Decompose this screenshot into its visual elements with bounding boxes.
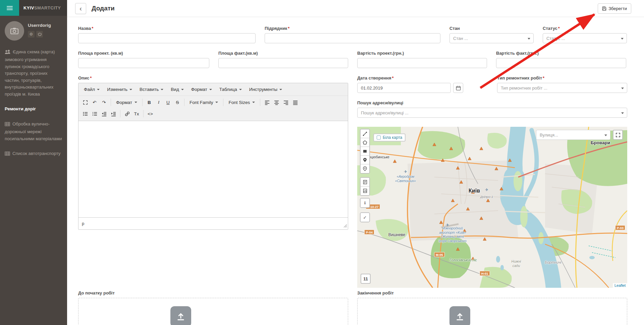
settings-button[interactable]: ⚙ <box>28 31 35 38</box>
typ-robit-select[interactable]: Тип ремонтних робіт ... <box>497 83 627 93</box>
align-justify-icon[interactable] <box>290 98 300 107</box>
resize-grip[interactable] <box>343 224 347 229</box>
sidebar-item-label: Список автотранспорту <box>12 151 60 156</box>
power-icon <box>38 32 42 36</box>
draw-circlemarker-button[interactable] <box>361 164 369 173</box>
vartist-fakt-label: Вартість факт.(грн.) <box>496 51 626 56</box>
info-control: i <box>360 198 370 208</box>
status-placeholder: Статус ... <box>546 36 565 41</box>
required-marker: * <box>543 75 544 80</box>
street-search-select[interactable]: Вулиця... <box>536 130 610 140</box>
sidebar-item-vehicles-list[interactable]: Список автотранспорту <box>5 150 62 158</box>
indent-icon[interactable] <box>109 109 118 118</box>
sidebar-toggle-button[interactable] <box>0 0 19 16</box>
edit-layers-button[interactable] <box>361 178 369 186</box>
fullscreen-icon[interactable] <box>80 98 90 107</box>
sidebar-item-road-treatment[interactable]: Обробка вулично-дорожньої мережі посипал… <box>5 121 62 142</box>
poshuk-label: Пошук адреси/вулиці <box>357 100 627 105</box>
marker-pin-icon <box>363 158 367 162</box>
check-icon[interactable]: ✓ <box>361 213 369 222</box>
editor-content-area[interactable] <box>78 121 348 217</box>
floppy-icon <box>602 6 606 11</box>
upload-icon <box>170 306 191 325</box>
brand-logo: KYIVSMARTCITY <box>19 0 67 16</box>
before-works-dropzone[interactable]: Drop files in here1 <box>78 298 348 325</box>
plosha-fakt-label: Площа факт.(кв.м) <box>218 51 348 56</box>
stan-select[interactable]: Стан ... <box>449 33 534 43</box>
back-button[interactable]: ‹ <box>75 3 86 14</box>
menu-format[interactable]: Формат <box>187 83 216 96</box>
format-dropdown[interactable]: Формат <box>113 98 140 107</box>
plosha-fakt-input[interactable] <box>218 58 348 68</box>
link-icon[interactable] <box>122 109 132 118</box>
leaflet-attribution[interactable]: Leaflet <box>613 283 627 288</box>
data-label: Дата створення* <box>357 75 463 80</box>
sidebar-item-road-repairs[interactable]: Ремонти доріг <box>5 106 62 112</box>
redo-icon[interactable]: ↷ <box>99 98 109 107</box>
editor-element-path: p <box>82 221 84 226</box>
menu-file[interactable]: Файл <box>80 83 103 96</box>
clear-formatting-icon[interactable]: Tx <box>132 109 141 118</box>
field-vartist-fakt: Вартість факт.(грн.) <box>496 51 626 68</box>
menu-table[interactable]: Таблица <box>216 83 246 96</box>
logout-button[interactable] <box>36 31 43 38</box>
field-vartist-proekt: Вартість проект.(грн.) <box>357 51 487 68</box>
white-map-toggle[interactable]: Біла карта <box>373 133 406 142</box>
delete-layers-button[interactable] <box>361 186 369 195</box>
vartist-proekt-label: Вартість проект.(грн.) <box>357 51 487 56</box>
datepicker-button[interactable] <box>453 83 463 93</box>
vartist-proekt-input[interactable] <box>357 58 487 68</box>
address-search-select[interactable]: Пошук адреси/вулиці ... <box>357 108 627 118</box>
required-marker: * <box>558 26 560 31</box>
align-left-icon[interactable] <box>262 98 272 107</box>
outdent-icon[interactable] <box>99 109 109 118</box>
plosha-proekt-input[interactable] <box>78 58 209 68</box>
street-placeholder: Вулиця... <box>540 132 558 138</box>
logo-bar: KYIVSMARTCITY <box>0 0 67 16</box>
draw-rectangle-button[interactable] <box>361 147 369 156</box>
font-family-dropdown[interactable]: Font Family <box>186 98 221 107</box>
editor-statusbar: p <box>78 217 348 229</box>
map[interactable]: Бровари Коцюбинське Київ Вишневе Бортнич… <box>357 127 627 288</box>
undo-icon[interactable]: ↶ <box>90 98 99 107</box>
info-icon[interactable]: i <box>361 199 369 207</box>
nazva-input[interactable] <box>78 33 256 43</box>
map-render <box>357 127 627 288</box>
rectangle-icon <box>363 149 367 154</box>
bullet-list-icon[interactable] <box>80 109 90 118</box>
bold-button[interactable]: B <box>145 98 154 107</box>
align-right-icon[interactable] <box>281 98 290 107</box>
field-typ-robit: Тип ремонтних робіт* Тип ремонтних робіт… <box>497 75 627 93</box>
save-button[interactable]: Зберегти <box>598 3 631 14</box>
menu-tools[interactable]: Инструменты <box>246 83 286 96</box>
avatar <box>5 21 24 41</box>
draw-polygon-button[interactable] <box>361 138 369 147</box>
pidryadnyk-input[interactable] <box>265 33 440 43</box>
italic-button[interactable]: I <box>154 98 163 107</box>
date-input[interactable] <box>357 83 451 93</box>
sidebar-item-winter-scheme[interactable]: Єдина схема (карта) зимового утримання з… <box>5 49 62 98</box>
vartist-fakt-input[interactable] <box>496 58 626 68</box>
main-area: ‹ Додати Зберегти Назва* Підрядник* Стан… <box>67 0 644 325</box>
strikethrough-button[interactable]: S <box>173 98 182 107</box>
opys-label: Опис* <box>78 75 348 80</box>
stan-label: Стан <box>449 26 534 31</box>
numbered-list-icon[interactable] <box>90 109 99 118</box>
gear-icon: ⚙ <box>30 32 33 37</box>
draw-polyline-button[interactable] <box>361 129 369 138</box>
draw-marker-button[interactable] <box>361 156 369 164</box>
map-fullscreen-button[interactable] <box>613 130 623 140</box>
after-works-dropzone[interactable]: Drop files in here1 <box>357 298 627 325</box>
align-center-icon[interactable] <box>272 98 281 107</box>
code-icon[interactable]: <> <box>146 109 155 118</box>
underline-button[interactable]: U <box>163 98 173 107</box>
font-sizes-dropdown[interactable]: Font Sizes <box>225 98 258 107</box>
menu-view[interactable]: Вид <box>167 83 187 96</box>
required-marker: * <box>288 26 289 31</box>
menu-edit[interactable]: Изменить <box>103 83 136 96</box>
menu-insert[interactable]: Вставить <box>136 83 167 96</box>
hamburger-icon <box>7 5 13 11</box>
editor-menubar: Файл Изменить Вставить Вид Формат Таблиц… <box>78 83 348 96</box>
chevron-left-icon: ‹ <box>79 5 82 12</box>
status-select[interactable]: Статус ... <box>543 33 627 43</box>
